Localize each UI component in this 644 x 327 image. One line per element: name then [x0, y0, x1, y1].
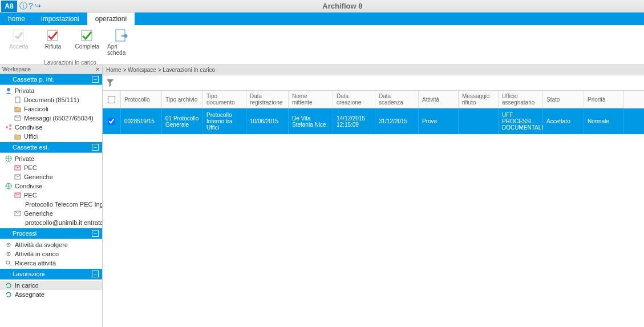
tab-impostazioni[interactable]: impostazioni: [33, 13, 87, 25]
cell-messaggio-rifiuto: [459, 108, 499, 134]
tree-item-icon: [14, 106, 22, 112]
sidebar-item[interactable]: In carico: [0, 281, 102, 290]
accetta-button: Accetta: [5, 27, 33, 56]
cell-protocollo: 0028519/15: [121, 108, 162, 134]
col-tipo-documento[interactable]: Tipo documento: [203, 91, 246, 108]
collapse-icon[interactable]: –: [92, 271, 99, 277]
sidebar-item[interactable]: Protocollo Telecom PEC Ingresso: [0, 200, 102, 209]
completa-button[interactable]: Completa: [73, 27, 102, 56]
collapse-icon[interactable]: –: [92, 76, 99, 83]
col-nome-mittente[interactable]: Nome mittente: [289, 91, 333, 108]
tree-item-icon: [5, 155, 13, 162]
title-bar: A8 ⓘ ? ↪ Archiflow 8: [0, 0, 644, 13]
breadcrumb-part[interactable]: Workspace: [128, 67, 156, 73]
breadcrumb-part: Lavorazioni In carico: [163, 67, 215, 73]
cell-data-creazione: 14/12/2015 12:15:09: [333, 108, 375, 134]
col-tipo-archivio[interactable]: Tipo archivio: [162, 91, 203, 108]
tree-item-label: Private: [15, 155, 34, 162]
svg-rect-0: [13, 30, 23, 41]
sidebar-item[interactable]: Documenti (85/111): [0, 95, 102, 104]
col-ufficio-assegnatario[interactable]: Ufficio assegnatario: [499, 91, 543, 108]
sidebar-item[interactable]: PEC: [0, 191, 102, 200]
sidebar-item[interactable]: Assegnate: [0, 290, 102, 299]
tree-item-label: Privata: [15, 87, 34, 94]
tree-item-icon: [14, 173, 22, 180]
tree-item-label: Ricerca attività: [15, 260, 56, 267]
section-title: Processi: [13, 230, 37, 237]
cell-data-registrazione: 10/06/2015: [246, 108, 289, 134]
titlebar-icons: ⓘ ? ↪: [19, 1, 41, 11]
section-icon: [3, 271, 10, 277]
col-priorita[interactable]: Priorità: [584, 91, 624, 108]
accordion-header[interactable]: Cassetta p. int.–: [0, 74, 102, 85]
col-data-registrazione[interactable]: Data registrazione: [246, 91, 289, 108]
accordion-header[interactable]: Processi–: [0, 228, 102, 239]
accordion-header[interactable]: Lavorazioni–: [0, 269, 102, 280]
info-icon[interactable]: ⓘ: [19, 1, 27, 11]
col-messaggio-rifiuto[interactable]: Messaggio rifiuto: [459, 91, 499, 108]
rifiuta-label: Rifiuta: [45, 43, 61, 50]
col-stato[interactable]: Stato: [543, 91, 584, 108]
sidebar-item[interactable]: Condivise: [0, 123, 102, 132]
sidebar-item[interactable]: protocollo@unimib.it entrata: [0, 218, 102, 227]
apri-scheda-button[interactable]: Apri scheda: [107, 27, 136, 56]
tree-item-icon: [14, 96, 22, 103]
apri-scheda-label: Apri scheda: [107, 43, 136, 56]
tree-item-label: PEC: [24, 192, 37, 199]
completa-label: Completa: [75, 43, 100, 50]
tree-item-icon: [14, 164, 22, 171]
sidebar-item[interactable]: Attività in carico: [0, 249, 102, 259]
breadcrumb-part[interactable]: Home: [106, 67, 121, 73]
tree-item-icon: [5, 282, 13, 289]
tab-home[interactable]: home: [0, 13, 33, 25]
collapse-icon[interactable]: –: [92, 144, 99, 151]
sidebar-item[interactable]: PEC: [0, 163, 102, 172]
filter-icon[interactable]: [106, 79, 114, 87]
app-logo: A8: [1, 1, 17, 12]
col-data-scadenza[interactable]: Data scadenza: [375, 91, 419, 108]
sidebar-item[interactable]: Uffici: [0, 132, 102, 141]
svg-point-9: [9, 128, 11, 130]
reject-icon: [44, 27, 62, 43]
grid-header: Protocollo Tipo archivio Tipo documento …: [103, 91, 644, 108]
tree-item-label: Uffici: [24, 133, 38, 140]
menubar: home impostazioni operazioni: [0, 13, 644, 25]
svg-point-7: [6, 126, 8, 128]
table-row[interactable]: 0028519/15 01 Protocollo Generale Protoc…: [103, 108, 644, 134]
ribbon-group-lavorazioni: Accetta Rifiuta Completa Apri scheda: [5, 27, 136, 66]
accordion-header[interactable]: Cassette est.–: [0, 142, 102, 153]
section-title: Cassetta p. int.: [13, 76, 54, 83]
col-protocollo[interactable]: Protocollo: [121, 91, 162, 108]
sidebar-item[interactable]: Attività da svolgere: [0, 240, 102, 249]
svg-rect-5: [15, 97, 20, 103]
exit-icon[interactable]: ↪: [34, 1, 41, 11]
sidebar-item[interactable]: Ricerca attività: [0, 259, 102, 268]
cell-priorita: Normale: [584, 108, 624, 134]
close-icon[interactable]: ✕: [95, 66, 100, 72]
breadcrumb: Home > Workspace > Lavorazioni In carico: [103, 65, 644, 75]
tree-item-label: Attività in carico: [15, 251, 59, 257]
collapse-icon[interactable]: –: [92, 230, 99, 237]
svg-point-17: [8, 244, 9, 245]
sidebar: Workspace ✕ Cassetta p. int.–PrivataDocu…: [0, 65, 103, 327]
sidebar-item[interactable]: Private: [0, 154, 102, 163]
tree-item-icon: [14, 133, 22, 140]
tree-item-icon: [14, 192, 22, 199]
sidebar-item[interactable]: Messaggi (65027/65034): [0, 114, 102, 123]
sidebar-item[interactable]: Privata: [0, 86, 102, 95]
sidebar-item[interactable]: Condivise: [0, 181, 102, 191]
tree-item-icon: [5, 291, 13, 298]
tree-item-label: Attività da svolgere: [15, 241, 68, 248]
col-attivita[interactable]: Attività: [419, 91, 459, 108]
row-checkbox[interactable]: [108, 118, 115, 125]
select-all-checkbox[interactable]: [108, 96, 115, 103]
col-data-creazione[interactable]: Data creazione: [333, 91, 375, 108]
sidebar-item[interactable]: Generiche: [0, 209, 102, 218]
tab-operazioni[interactable]: operazioni: [87, 13, 135, 25]
help-icon[interactable]: ?: [29, 1, 33, 11]
sidebar-item[interactable]: Fascicoli: [0, 104, 102, 114]
sidebar-item[interactable]: Generiche: [0, 172, 102, 181]
open-card-icon: [112, 27, 131, 43]
svg-point-19: [8, 253, 9, 255]
rifiuta-button[interactable]: Rifiuta: [39, 27, 67, 56]
